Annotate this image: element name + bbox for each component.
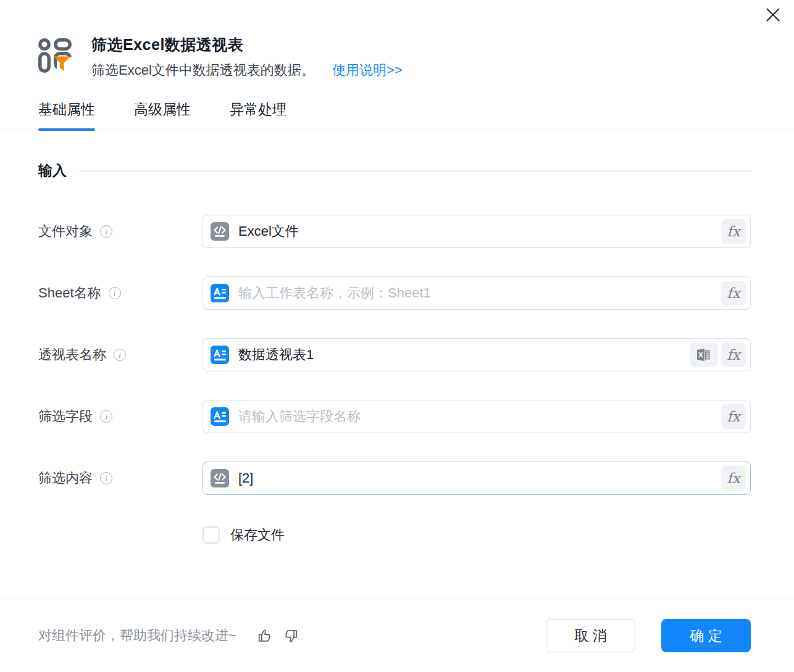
field-row-filter-content: 筛选内容 i fx: [38, 462, 751, 495]
field-label-col: 筛选内容 i: [38, 469, 203, 487]
sheet-name-input-box: fx: [203, 276, 751, 310]
thumb-up-icon: [256, 628, 273, 644]
field-label: 文件对象: [38, 222, 93, 241]
component-icon: [38, 38, 72, 73]
field-row-filter-field: 筛选字段 i fx: [38, 400, 751, 433]
variable-code-icon: [211, 222, 229, 241]
field-label-col: Sheet名称 i: [38, 284, 203, 302]
text-icon: [211, 407, 229, 426]
page-title: 筛选Excel数据透视表: [91, 35, 403, 55]
filter-content-input-box: fx: [203, 462, 751, 495]
text-icon: [211, 284, 229, 302]
component-config-dialog: 筛选Excel数据透视表 筛选Excel文件中数据透视表的数据。 使用说明>> …: [0, 0, 794, 672]
thumb-up-button[interactable]: [256, 627, 274, 644]
file-object-input[interactable]: [238, 223, 717, 239]
section-divider: [79, 170, 751, 172]
field-label-col: 筛选字段 i: [38, 407, 203, 426]
tab-advanced-properties[interactable]: 高级属性: [134, 100, 191, 130]
close-icon: [764, 6, 782, 23]
cancel-button[interactable]: 取 消: [546, 619, 635, 652]
field-row-file-object: 文件对象 i fx: [38, 215, 751, 248]
fx-button[interactable]: fx: [721, 466, 746, 491]
description-row: 筛选Excel文件中数据透视表的数据。 使用说明>>: [91, 61, 403, 80]
thumb-down-button[interactable]: [283, 627, 300, 644]
dialog-footer: 对组件评价，帮助我们持续改进~ 取 消 确 定: [0, 599, 794, 672]
feedback-area: 对组件评价，帮助我们持续改进~: [38, 626, 300, 645]
field-label-col: 透视表名称 i: [38, 346, 203, 364]
description: 筛选Excel文件中数据透视表的数据。: [91, 62, 315, 78]
dialog-header: 筛选Excel数据透视表 筛选Excel文件中数据透视表的数据。 使用说明>>: [0, 0, 794, 80]
confirm-button[interactable]: 确 定: [661, 619, 751, 652]
field-label: 筛选字段: [38, 407, 93, 426]
help-link[interactable]: 使用说明>>: [332, 62, 403, 78]
form-content: 输入 文件对象 i fx: [0, 161, 794, 544]
pivot-name-input-box: fx: [203, 338, 751, 371]
save-file-row: 保存文件: [38, 526, 751, 544]
field-row-pivot-name: 透视表名称 i: [38, 338, 751, 371]
info-icon[interactable]: i: [109, 287, 121, 299]
info-icon[interactable]: i: [114, 349, 126, 361]
feedback-text: 对组件评价，帮助我们持续改进~: [38, 626, 236, 645]
fx-button[interactable]: fx: [721, 342, 746, 367]
excel-icon: [696, 347, 712, 362]
thumb-down-icon: [283, 628, 299, 644]
fx-button[interactable]: fx: [721, 404, 746, 429]
field-label: 筛选内容: [38, 469, 93, 487]
fx-button[interactable]: fx: [721, 219, 746, 244]
save-file-label: 保存文件: [230, 526, 285, 544]
excel-picker-button[interactable]: [690, 342, 717, 367]
tab-exception-handling[interactable]: 异常处理: [230, 100, 286, 130]
feedback-thumbs: [256, 627, 300, 644]
text-icon: [211, 346, 229, 364]
fx-button[interactable]: fx: [721, 281, 746, 305]
save-file-checkbox[interactable]: [203, 526, 220, 544]
tab-basic-properties[interactable]: 基础属性: [38, 100, 95, 130]
file-object-input-box: fx: [203, 215, 751, 248]
input-section-header: 输入: [38, 161, 751, 180]
filter-field-input-box: fx: [203, 400, 751, 433]
close-button[interactable]: [763, 5, 783, 25]
section-title: 输入: [38, 161, 67, 180]
filter-content-input[interactable]: [238, 470, 717, 486]
field-row-sheet-name: Sheet名称 i fx: [38, 276, 751, 310]
variable-code-icon: [211, 469, 229, 487]
tabbar: 基础属性 高级属性 异常处理: [0, 100, 794, 130]
field-label-col: 文件对象 i: [38, 222, 203, 241]
field-label: 透视表名称: [38, 346, 106, 364]
pivot-name-input[interactable]: [238, 347, 687, 363]
header-text: 筛选Excel数据透视表 筛选Excel文件中数据透视表的数据。 使用说明>>: [91, 35, 403, 80]
info-icon[interactable]: i: [100, 410, 112, 423]
sheet-name-input[interactable]: [238, 285, 717, 301]
field-label: Sheet名称: [38, 284, 101, 302]
footer-buttons: 取 消 确 定: [546, 619, 751, 652]
filter-field-input[interactable]: [238, 409, 717, 425]
info-icon[interactable]: i: [100, 225, 112, 238]
info-icon[interactable]: i: [100, 472, 112, 484]
